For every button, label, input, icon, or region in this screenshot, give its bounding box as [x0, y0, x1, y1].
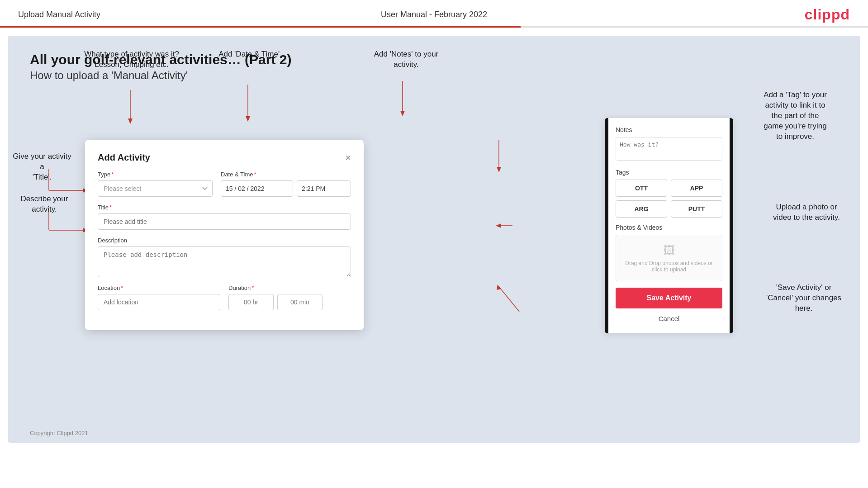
form-group-title: Title* — [98, 204, 351, 230]
description-label: Description — [98, 237, 351, 244]
date-time-group — [221, 180, 351, 197]
photo-upload-area[interactable]: 🖼 Drag and Drop photos and videos or cli… — [616, 235, 722, 281]
svg-marker-3 — [246, 116, 250, 122]
time-input[interactable] — [297, 180, 351, 197]
notes-input[interactable] — [616, 137, 722, 161]
tags-section-title: Tags — [616, 169, 722, 176]
svg-marker-23 — [497, 284, 501, 290]
annotation-add-tag: Add a 'Tag' to your activity to link it … — [743, 90, 847, 142]
svg-line-22 — [499, 287, 519, 312]
add-activity-dialog: Add Activity × Type* Please select Date … — [85, 140, 364, 330]
description-input[interactable] — [98, 246, 351, 277]
form-group-description: Description — [98, 237, 351, 277]
main-area: All your golf-relevant activities… (Part… — [8, 36, 860, 443]
duration-min-input[interactable] — [277, 294, 323, 310]
annotation-upload-photo: Upload a photo or video to the activity. — [761, 202, 852, 223]
top-bar: Upload Manual Activity User Manual - Feb… — [0, 0, 868, 28]
main-subheading: How to upload a 'Manual Activity' — [30, 69, 838, 82]
form-row-type-datetime: Type* Please select Date & Time* — [98, 171, 351, 197]
tags-grid: OTT APP ARG PUTT — [616, 180, 722, 218]
type-label: Type* — [98, 171, 213, 178]
dialog-header: Add Activity × — [98, 152, 351, 163]
tag-ott[interactable]: OTT — [616, 180, 667, 197]
form-row-location-duration: Location* Duration* — [98, 284, 351, 310]
form-group-datetime: Date & Time* — [221, 171, 351, 197]
photos-section-title: Photos & Videos — [616, 224, 722, 231]
datetime-label: Date & Time* — [221, 171, 351, 178]
date-input[interactable] — [221, 180, 293, 197]
annotation-save-cancel: 'Save Activity' or 'Cancel' your changes… — [754, 283, 854, 314]
location-label: Location* — [98, 284, 220, 291]
svg-marker-17 — [400, 111, 405, 116]
tag-arg[interactable]: ARG — [616, 200, 667, 218]
copyright: Copyright Clippd 2021 — [30, 430, 88, 436]
page-title-left: Upload Manual Activity — [18, 10, 100, 19]
svg-marker-1 — [128, 118, 133, 124]
annotation-add-notes: Add 'Notes' to your activity. — [361, 49, 451, 70]
title-input[interactable] — [98, 213, 351, 230]
dialog-title: Add Activity — [98, 152, 150, 163]
phone-panel: Notes Tags OTT APP ARG PUTT Photos & Vid… — [605, 118, 733, 333]
save-activity-button[interactable]: Save Activity — [616, 288, 722, 308]
photo-upload-text: Drag and Drop photos and videos or click… — [621, 260, 717, 273]
form-group-type: Type* Please select — [98, 171, 213, 197]
page-title-center: User Manual - February 2022 — [381, 10, 487, 19]
duration-hr-input[interactable] — [228, 294, 274, 310]
cancel-button[interactable]: Cancel — [616, 312, 722, 325]
duration-label: Duration* — [228, 284, 351, 291]
dialog-close-button[interactable]: × — [345, 153, 351, 163]
annotation-describe: Describe your activity. — [15, 194, 74, 215]
notes-section-title: Notes — [616, 126, 722, 133]
duration-group — [228, 294, 351, 310]
type-select[interactable]: Please select — [98, 180, 213, 197]
title-label: Title* — [98, 204, 351, 211]
form-group-duration: Duration* — [228, 284, 351, 310]
tag-app[interactable]: APP — [671, 180, 722, 197]
tag-putt[interactable]: PUTT — [671, 200, 722, 218]
logo: clippd — [805, 6, 850, 23]
location-input[interactable] — [98, 294, 220, 310]
annotation-date-time: Add 'Date & Time'. — [207, 49, 293, 60]
annotation-what-type: What type of activity was it? Lesson, Ch… — [75, 49, 188, 70]
form-group-location: Location* — [98, 284, 220, 310]
svg-marker-21 — [496, 223, 501, 228]
svg-marker-19 — [497, 167, 501, 172]
photo-icon: 🖼 — [621, 243, 717, 257]
annotation-give-title: Give your activity a 'Title'. — [13, 152, 71, 183]
